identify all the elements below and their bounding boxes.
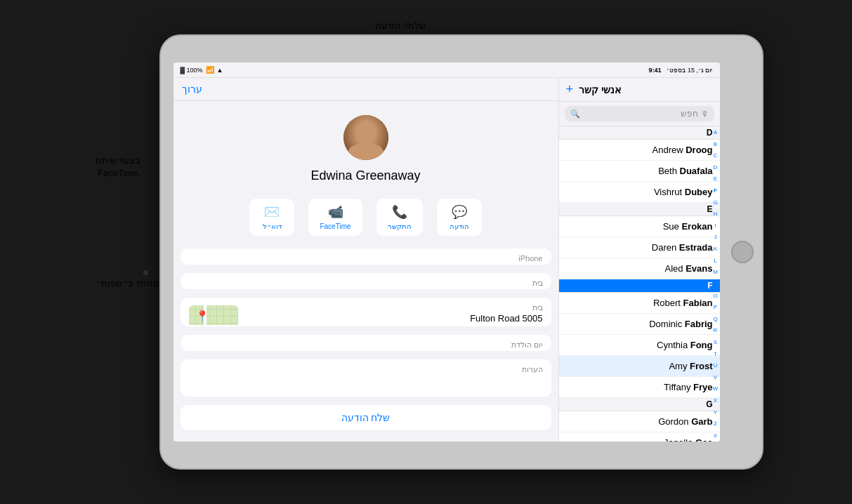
location-icon: ▲ xyxy=(217,67,223,74)
map-road-horizontal xyxy=(189,325,238,326)
contact-item-vishrut-dubey[interactable]: Vishrut Dubey xyxy=(559,182,720,203)
back-button[interactable]: ערוך xyxy=(182,84,202,95)
alpha-m[interactable]: M xyxy=(713,269,718,275)
contact-item-tiffany-frye[interactable]: Tiffany Frye xyxy=(559,377,720,398)
alpha-s[interactable]: S xyxy=(714,339,717,345)
message-label: הודעה xyxy=(450,223,469,230)
annotation-dot xyxy=(143,270,148,275)
alpha-a[interactable]: A xyxy=(714,129,717,135)
address-row: בית 5005 Fulton Road Edmonton AB T6A 3S9… xyxy=(181,298,551,326)
phone-row: iPhone 246-0687 (780) xyxy=(181,248,551,265)
alpha-b[interactable]: B xyxy=(714,141,717,147)
alpha-n[interactable]: N xyxy=(714,281,718,287)
status-left: ▓ 100% 📶 ▲ xyxy=(181,66,223,74)
send-notification-section: שלח הודעה xyxy=(181,405,551,430)
phone-section: iPhone 246-0687 (780) xyxy=(181,248,551,265)
contact-name: Edwina Greenaway xyxy=(310,168,420,183)
facetime-action-button[interactable]: 📹 FaceTime xyxy=(308,199,362,236)
alphabet-index[interactable]: A B C D E F G H I J K L M N O xyxy=(712,126,720,442)
alpha-g[interactable]: G xyxy=(713,199,717,206)
contact-item-janelle-gee[interactable]: Janelle Gee xyxy=(559,432,720,442)
mail-label: דוא״ל xyxy=(263,223,282,230)
email-value[interactable]: e_greenaway@icloud.com xyxy=(189,289,543,289)
ipad-device: ▓ 100% 📶 ▲ יום ג׳, 15 בספט׳ 9:41 ערוך xyxy=(159,34,763,470)
alpha-r[interactable]: R xyxy=(714,327,718,333)
contacts-list-panel: אנשי קשר + 🎙 חפש 🔍 D Andrew Droog xyxy=(558,78,720,442)
birthday-row: יום הולדת 1 ביוני 1986 xyxy=(181,335,551,351)
map-thumbnail[interactable]: 📍 D3 Ave NW xyxy=(189,305,238,326)
alpha-w[interactable]: W xyxy=(713,385,719,392)
address-line2: Edmonton AB T6A 3S9 xyxy=(245,324,543,326)
address-section: בית 5005 Fulton Road Edmonton AB T6A 3S9… xyxy=(181,298,551,326)
alpha-k[interactable]: K xyxy=(714,246,717,252)
alpha-h[interactable]: H xyxy=(714,211,718,217)
contact-item-amy-frost[interactable]: Amy Frost xyxy=(559,356,720,377)
map-pin: 📍 xyxy=(201,311,209,322)
alpha-l[interactable]: L xyxy=(714,258,716,264)
send-notification-button[interactable]: שלח הודעה xyxy=(188,412,544,423)
add-contact-button[interactable]: + xyxy=(566,82,574,97)
contact-header: Edwina Greenaway xyxy=(173,101,558,190)
phone-label-text: iPhone xyxy=(189,254,543,263)
mic-icon[interactable]: 🎙 xyxy=(701,110,709,118)
alpha-f[interactable]: F xyxy=(714,187,717,194)
phone-icon: 📞 xyxy=(392,204,407,220)
notes-label-text: הערות xyxy=(189,365,543,374)
alpha-v[interactable]: V xyxy=(714,374,717,380)
email-label-text: בית xyxy=(189,279,543,288)
mail-action-button[interactable]: ✉️ דוא״ל xyxy=(249,199,294,236)
alpha-c[interactable]: C xyxy=(714,152,718,159)
address-line1: 5005 Fulton Road xyxy=(245,313,543,324)
contact-item-daren-estrada[interactable]: Daren Estrada xyxy=(559,237,720,258)
message-icon: 💬 xyxy=(452,204,467,220)
message-action-button[interactable]: 💬 הודעה xyxy=(437,199,482,236)
contact-item-dominic-fabrig[interactable]: Dominic Fabrig xyxy=(559,314,720,335)
birthday-value: 1 ביוני 1986 xyxy=(189,350,543,351)
email-row: בית e_greenaway@icloud.com xyxy=(181,273,551,289)
contact-item-robert-fabian[interactable]: Robert Fabian xyxy=(559,293,720,314)
contacts-scroll[interactable]: D Andrew Droog Beth Duafala Vishrut Dube… xyxy=(559,126,720,442)
alpha-e[interactable]: E xyxy=(714,175,717,182)
alpha-p[interactable]: P xyxy=(714,304,717,310)
contact-item-gordon-garb[interactable]: Gordon Garb xyxy=(559,411,720,432)
contacts-title: אנשי קשר xyxy=(579,84,621,95)
phone-value[interactable]: 246-0687 (780) xyxy=(189,263,543,265)
status-right: יום ג׳, 15 בספט׳ 9:41 xyxy=(648,67,712,74)
phone-action-button[interactable]: 📞 התקשר xyxy=(376,199,423,236)
contact-item-cynthia-fong[interactable]: Cynthia Fong xyxy=(559,335,720,356)
battery-indicator: ▓ 100% xyxy=(181,67,203,74)
alpha-y[interactable]: Y xyxy=(714,409,717,416)
contact-item-sue-erokan[interactable]: Sue Erokan xyxy=(559,216,720,237)
phone-label: התקשר xyxy=(388,223,412,230)
alpha-t[interactable]: T xyxy=(714,351,717,357)
alpha-j[interactable]: J xyxy=(714,234,717,240)
birthday-label-text: יום הולדת xyxy=(189,340,543,350)
avatar-face xyxy=(343,115,388,160)
alpha-x[interactable]: X xyxy=(714,397,717,404)
search-bar: 🎙 חפש 🔍 xyxy=(559,102,720,126)
alpha-u[interactable]: U xyxy=(714,362,718,369)
notes-section: הערות xyxy=(181,359,551,397)
alpha-hash[interactable]: # xyxy=(714,432,716,439)
alpha-i[interactable]: I xyxy=(714,223,716,229)
home-button[interactable] xyxy=(731,241,754,263)
contact-item-aled-evans[interactable]: Aled Evans xyxy=(559,258,720,279)
alpha-o[interactable]: O xyxy=(713,293,717,299)
alpha-z[interactable]: Z xyxy=(714,420,717,427)
notes-content[interactable] xyxy=(189,374,543,391)
wifi-icon: 📶 xyxy=(206,66,214,74)
section-header-e: E xyxy=(559,203,720,216)
contact-avatar xyxy=(343,115,388,160)
address-map-row: בית 5005 Fulton Road Edmonton AB T6A 3S9… xyxy=(189,303,543,326)
section-header-d: D xyxy=(559,126,720,140)
ipad-screen: ▓ 100% 📶 ▲ יום ג׳, 15 בספט׳ 9:41 ערוך xyxy=(173,62,720,442)
date-display: יום ג׳, 15 בספט׳ xyxy=(667,67,712,74)
send-notification-annotation: שלח/י הודעה. xyxy=(372,20,426,32)
contact-item-beth-duafala[interactable]: Beth Duafala xyxy=(559,161,720,182)
notes-row: הערות xyxy=(181,359,551,397)
alpha-q[interactable]: Q xyxy=(713,316,717,322)
birthday-section: יום הולדת 1 ביוני 1986 xyxy=(181,335,551,351)
alpha-d[interactable]: D xyxy=(714,164,718,171)
contact-item-andrew-droog[interactable]: Andrew Droog xyxy=(559,140,720,161)
search-placeholder-text: חפש xyxy=(583,109,698,119)
